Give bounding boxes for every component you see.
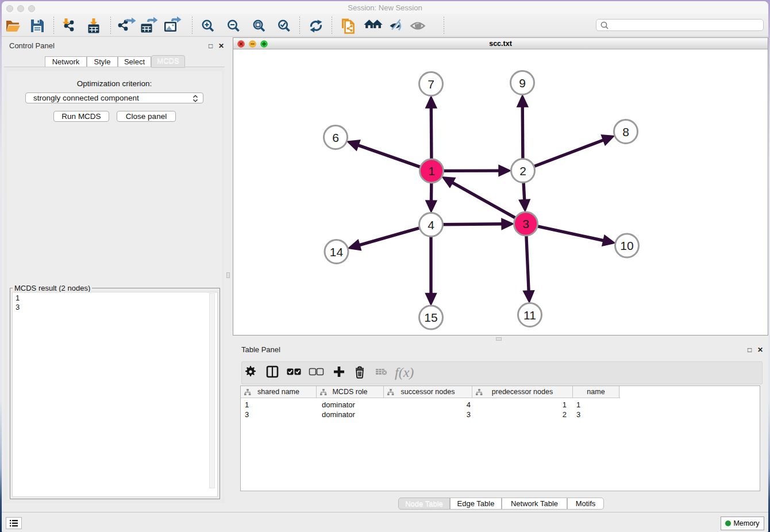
svg-text:9: 9 [519,76,526,90]
svg-text:15: 15 [424,311,437,324]
svg-text:1: 1 [428,164,435,178]
svg-text:11: 11 [523,309,536,322]
svg-text:8: 8 [622,125,629,138]
svg-text:f(x): f(x) [395,365,414,380]
svg-text:4: 4 [428,218,434,232]
svg-text:6: 6 [332,131,339,144]
svg-text:10: 10 [620,239,633,252]
svg-text:3: 3 [522,217,529,230]
svg-text:2: 2 [519,164,526,178]
svg-text:14: 14 [330,245,344,259]
svg-text:7: 7 [428,78,434,91]
